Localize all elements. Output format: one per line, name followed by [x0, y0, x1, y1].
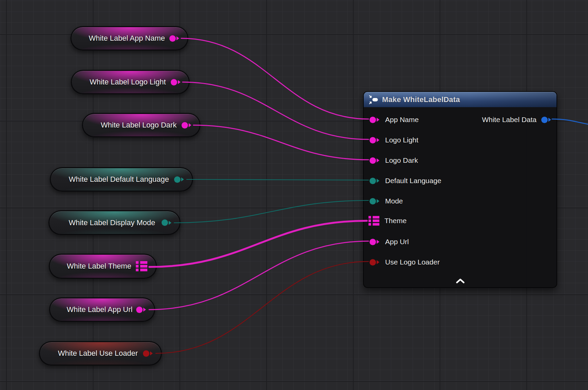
getter-node-white-label-logo-light[interactable]: White Label Logo Light: [71, 70, 190, 94]
getter-node-white-label-app-url[interactable]: White Label App Url: [49, 297, 155, 322]
pin-dot: [171, 79, 177, 85]
input-pin-label: Theme: [384, 217, 406, 225]
input-pin-use-logo-loader[interactable]: [370, 259, 379, 266]
node-header[interactable]: Make WhiteLabelData: [364, 92, 556, 107]
input-pin-row-app-url: App Url: [364, 236, 409, 247]
blueprint-graph-canvas[interactable]: White Label App Name White Label Logo Li…: [0, 0, 588, 390]
wire-mode[interactable]: [174, 200, 369, 223]
pin-dot: [370, 137, 376, 143]
output-pin-enum[interactable]: [174, 176, 184, 183]
variable-label: White Label Use Loader: [53, 349, 143, 358]
node-title: Make WhiteLabelData: [382, 95, 460, 104]
pin-arrow: [189, 123, 191, 127]
wire-logo-dark[interactable]: [193, 125, 369, 160]
pin-dot: [162, 219, 168, 226]
output-pin-string[interactable]: [136, 307, 146, 313]
input-pin-label: Logo Light: [385, 136, 418, 144]
output-pin-struct[interactable]: [135, 260, 148, 272]
input-pin-app-url[interactable]: [370, 239, 379, 245]
chevron-up-icon: [456, 278, 465, 284]
variable-label: White Label Theme: [63, 262, 135, 271]
pin-arrow: [377, 138, 379, 142]
input-pin-label: Logo Dark: [385, 156, 418, 164]
input-pin-label: Mode: [385, 197, 403, 205]
pin-arrow: [548, 118, 551, 122]
input-pin-row-logo-light: Logo Light: [364, 135, 418, 145]
wire-default-language[interactable]: [187, 179, 369, 180]
pin-arrow: [178, 80, 181, 84]
output-pin-enum[interactable]: [162, 219, 171, 226]
pin-arrow: [150, 351, 153, 355]
pin-arrow: [181, 177, 184, 181]
variable-label: White Label App Name: [84, 34, 169, 43]
input-pin-label: Default Language: [385, 177, 441, 185]
wire-white-label-data-output[interactable]: [552, 119, 588, 125]
struct-grid-icon: [368, 215, 380, 227]
pin-dot: [136, 307, 143, 313]
pin-arrow: [377, 179, 379, 183]
output-pin-string[interactable]: [169, 35, 179, 42]
pin-arrow: [143, 308, 146, 312]
output-pin-row-white-label-data: White Label Data: [482, 114, 551, 125]
input-pin-row-logo-dark: Logo Dark: [364, 155, 418, 166]
wire-logo-light[interactable]: [183, 82, 369, 139]
input-pin-default-language[interactable]: [370, 178, 379, 184]
pin-dot: [370, 259, 376, 266]
output-pin-boolean[interactable]: [143, 350, 153, 357]
output-pin-string[interactable]: [182, 122, 191, 129]
output-pin-label: White Label Data: [482, 116, 537, 124]
wire-use-logo-loader[interactable]: [156, 261, 369, 353]
getter-node-white-label-theme[interactable]: White Label Theme: [49, 254, 157, 279]
wire-theme[interactable]: [149, 221, 367, 267]
pin-arrow: [377, 240, 379, 244]
getter-node-white-label-app-name[interactable]: White Label App Name: [70, 26, 188, 51]
getter-node-white-label-display-mode[interactable]: White Label Display Mode: [48, 210, 181, 235]
getter-node-white-label-use-loader[interactable]: White Label Use Loader: [39, 341, 162, 366]
pin-arrow: [377, 260, 379, 264]
pin-arrow: [169, 221, 171, 225]
variable-label: White Label App Url: [63, 305, 136, 314]
pin-dot: [370, 239, 376, 245]
input-pin-theme[interactable]: [368, 215, 380, 227]
input-pin-row-app-name: App Name: [364, 114, 419, 125]
pin-arrow: [176, 36, 179, 40]
pin-arrow: [377, 118, 379, 122]
input-pin-row-use-logo-loader: Use Logo Loader: [364, 257, 440, 268]
input-pin-logo-dark[interactable]: [370, 157, 379, 164]
input-pin-app-name[interactable]: [370, 117, 379, 123]
input-pin-mode[interactable]: [370, 198, 379, 204]
collapse-unconnected-pins-button[interactable]: [453, 276, 468, 285]
input-pin-label: App Name: [385, 116, 419, 124]
pin-arrow: [377, 158, 379, 162]
input-pin-logo-light[interactable]: [370, 137, 379, 143]
pin-dot: [143, 350, 149, 357]
pin-dot: [370, 157, 376, 164]
output-pin-string[interactable]: [171, 79, 181, 85]
make-whitelabeldata-node[interactable]: Make WhiteLabelData App Name Logo Light …: [363, 91, 557, 288]
pin-dot: [541, 117, 548, 123]
wire-app-name[interactable]: [181, 38, 369, 119]
pin-dot: [370, 198, 376, 204]
pin-arrow: [377, 199, 379, 203]
input-pin-row-default-language: Default Language: [364, 175, 441, 186]
pin-dot: [182, 122, 188, 129]
input-pin-row-theme: Theme: [364, 215, 406, 226]
getter-node-white-label-logo-dark[interactable]: White Label Logo Dark: [82, 113, 201, 137]
variable-label: White Label Logo Dark: [96, 121, 182, 130]
pin-dot: [370, 178, 376, 184]
wire-app-url[interactable]: [149, 241, 369, 310]
input-pin-label: Use Logo Loader: [385, 258, 440, 266]
pin-dot: [370, 117, 376, 123]
struct-grid-icon: [135, 260, 148, 272]
variable-label: White Label Logo Light: [85, 78, 171, 86]
make-struct-icon: [369, 95, 379, 104]
input-pin-label: App Url: [385, 238, 409, 246]
pin-dot: [169, 35, 176, 42]
pin-dot: [174, 176, 181, 183]
output-pin-white-label-data[interactable]: [541, 117, 551, 123]
input-pin-row-mode: Mode: [364, 196, 403, 207]
getter-node-white-label-default-language[interactable]: White Label Default Language: [50, 167, 193, 192]
variable-label: White Label Default Language: [64, 175, 174, 184]
variable-label: White Label Display Mode: [62, 218, 162, 227]
